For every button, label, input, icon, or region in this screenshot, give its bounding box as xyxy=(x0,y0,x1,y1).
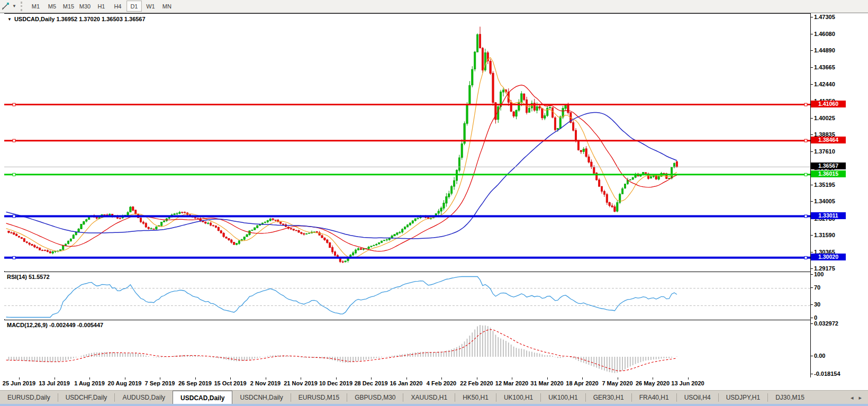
date-tick xyxy=(547,377,548,380)
moving-average-8 xyxy=(6,58,677,258)
timeframe-button-h4[interactable]: H4 xyxy=(110,1,125,12)
chart-collapse-icon[interactable]: ▼ xyxy=(7,17,12,22)
date-tick xyxy=(371,377,372,380)
price-axis-tick: 1.42440 xyxy=(814,81,835,87)
rsi-axis-tick: 100 xyxy=(814,271,824,277)
moving-average-21 xyxy=(6,85,677,251)
macd-indicator-label: MACD(12,26,9) -0.002449 -0.005447 xyxy=(7,322,103,328)
hline-price-tag: 1.36015 xyxy=(811,170,846,177)
chart-tab-hk50-h1[interactable]: HK50,H1 xyxy=(455,391,496,404)
line-drag-handle[interactable] xyxy=(13,215,15,218)
price-axis-tick: 1.31590 xyxy=(814,232,835,238)
chart-tab-usdchf-daily[interactable]: USDCHF,Daily xyxy=(58,391,115,404)
tabs-scroll-right-icon[interactable]: ▸ xyxy=(858,394,862,401)
line-drag-handle[interactable] xyxy=(13,256,15,259)
date-tick xyxy=(230,377,231,380)
chart-tab-audusd-daily[interactable]: AUDUSD,Daily xyxy=(115,391,173,404)
timeframe-button-m15[interactable]: M15 xyxy=(61,1,76,12)
chart-title-text: USDCAD,Daily 1.36952 1.37020 1.36503 1.3… xyxy=(14,16,146,22)
chart-tab-fra40-h1[interactable]: FRA40,H1 xyxy=(632,391,676,404)
line-drag-handle[interactable] xyxy=(13,173,15,176)
rsi-line xyxy=(6,277,677,318)
price-axis-tick: 1.34005 xyxy=(814,198,835,204)
date-tick xyxy=(19,377,20,380)
current-price-tag: 1.36567 xyxy=(811,163,846,169)
timeframe-button-d1[interactable]: D1 xyxy=(126,1,142,12)
date-tick xyxy=(582,377,583,380)
line-drag-handle[interactable] xyxy=(804,139,807,142)
date-tick xyxy=(441,377,442,380)
date-tick xyxy=(512,377,512,380)
timeframe-button-w1[interactable]: W1 xyxy=(143,1,158,12)
chart-tab-usdjpy-h1[interactable]: USDJPY,H1 xyxy=(719,391,767,404)
tabs-scroll-left-icon[interactable]: ◂ xyxy=(851,394,854,401)
date-label: 26 Sep 2019 xyxy=(178,380,212,386)
price-axis-tick: 1.35195 xyxy=(814,182,835,188)
chart-tab-eurusd-m15[interactable]: EURUSD,M15 xyxy=(291,391,347,404)
chart-tab-uk100-h1[interactable]: UK100,H1 xyxy=(496,391,540,404)
date-label: 7 Sep 2019 xyxy=(145,380,175,386)
chart-tab-ger30-h1[interactable]: GER30,H1 xyxy=(586,391,631,404)
date-label: 22 Feb 2020 xyxy=(460,380,493,386)
date-label: 15 Oct 2019 xyxy=(214,380,246,386)
rsi-pane[interactable] xyxy=(4,272,810,319)
date-tick xyxy=(336,377,337,380)
date-label: 1 Aug 2019 xyxy=(74,380,105,386)
date-tick xyxy=(89,377,90,380)
chart-tab-dj30-m15[interactable]: DJ30,M15 xyxy=(768,391,812,404)
line-drag-handle[interactable] xyxy=(804,256,807,259)
date-tick xyxy=(477,377,477,380)
price-axis-tick: 1.43665 xyxy=(814,64,835,70)
line-drag-handle[interactable] xyxy=(13,103,15,106)
tool-dropdown-icon[interactable]: ▼ xyxy=(12,4,16,8)
date-label: 10 Dec 2019 xyxy=(319,380,352,386)
timeframe-button-h1[interactable]: H1 xyxy=(94,1,109,12)
price-axis-tick: 1.37610 xyxy=(814,148,835,155)
crosshair-tool-icon[interactable] xyxy=(2,2,10,11)
price-axis-tick: 1.46080 xyxy=(814,31,835,37)
candles xyxy=(8,26,678,263)
date-tick xyxy=(653,377,653,380)
macd-pane[interactable] xyxy=(4,320,810,378)
price-pane[interactable] xyxy=(4,13,810,271)
date-label: 18 Apr 2020 xyxy=(566,380,598,386)
date-tick xyxy=(125,377,125,380)
date-tick xyxy=(618,377,618,380)
rsi-axis-tick: 30 xyxy=(814,301,820,308)
date-axis[interactable]: 25 Jun 201913 Jul 20191 Aug 201920 Aug 2… xyxy=(4,377,810,390)
chart-tab-eurusd-daily[interactable]: EURUSD,Daily xyxy=(0,391,58,404)
timeframe-button-m30[interactable]: M30 xyxy=(77,1,93,12)
date-label: 28 Dec 2019 xyxy=(355,380,388,386)
date-label: 7 May 2020 xyxy=(602,380,632,386)
date-label: 2 Nov 2019 xyxy=(250,380,281,386)
chart-tab-uk100-h1[interactable]: UK100,H1 xyxy=(541,391,585,404)
timeframe-button-mn[interactable]: MN xyxy=(159,1,175,12)
price-axis-tick: 1.47305 xyxy=(814,14,835,20)
hline-price-tag: 1.30020 xyxy=(811,254,846,260)
macd-histogram xyxy=(9,325,677,373)
timeframe-button-m5[interactable]: M5 xyxy=(44,1,60,12)
price-axis-tick: 1.40025 xyxy=(814,115,835,121)
date-tick xyxy=(55,377,55,380)
line-drag-handle[interactable] xyxy=(804,173,807,176)
date-label: 16 Jan 2020 xyxy=(390,380,423,386)
date-label: 12 Mar 2020 xyxy=(495,380,528,386)
chart-tab-usdcnh-daily[interactable]: USDCNH,Daily xyxy=(232,391,290,404)
chart-tab-usoil-h4[interactable]: USOil,H4 xyxy=(677,391,718,404)
macd-signal-line xyxy=(6,330,677,371)
hline-price-tag: 1.41060 xyxy=(811,101,846,107)
date-tick xyxy=(195,377,196,380)
date-tick xyxy=(688,377,689,380)
rsi-indicator-label: RSI(14) 51.5572 xyxy=(7,274,50,280)
line-drag-handle[interactable] xyxy=(804,215,807,218)
chart-tab-usdcad-daily[interactable]: USDCAD,Daily xyxy=(173,391,232,404)
chart-tab-xauusd-h1[interactable]: XAUUSD,H1 xyxy=(403,391,455,404)
chart-tab-bar: EURUSD,DailyUSDCHF,DailyAUDUSD,DailyUSDC… xyxy=(0,390,868,404)
chart-tab-gbpusd-m30[interactable]: GBPUSD,M30 xyxy=(347,391,403,404)
line-drag-handle[interactable] xyxy=(13,139,15,142)
date-tick xyxy=(266,377,266,380)
date-label: 31 Mar 2020 xyxy=(530,380,563,386)
toolbar-drag-handle[interactable] xyxy=(21,2,25,11)
line-drag-handle[interactable] xyxy=(804,103,807,106)
timeframe-button-m1[interactable]: M1 xyxy=(28,1,43,12)
